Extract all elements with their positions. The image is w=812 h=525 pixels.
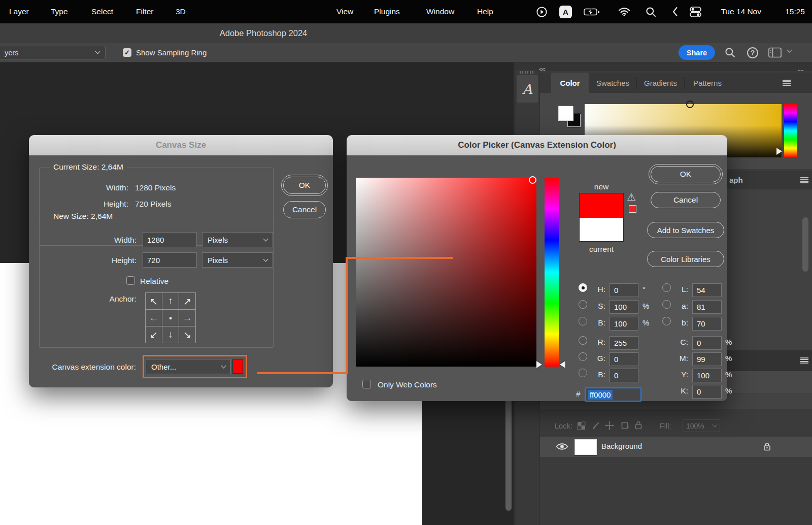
hue-slider-right-arrow[interactable] (560, 361, 565, 368)
anchor-top-left[interactable]: ↖ (146, 293, 162, 310)
add-to-swatches-button[interactable]: Add to Swatches (647, 222, 724, 238)
sample-layers-dropdown[interactable]: yers (0, 46, 106, 59)
l-radio[interactable] (662, 283, 671, 292)
only-web-colors-checkbox[interactable] (362, 380, 371, 388)
gamut-color-swatch[interactable] (629, 205, 636, 213)
menu-select[interactable]: Select (91, 0, 113, 23)
h-input[interactable]: 0 (610, 283, 638, 297)
spotlight-search-icon[interactable] (646, 0, 656, 23)
anchor-left[interactable]: ← (146, 310, 162, 326)
hex-input[interactable]: ff0000 (585, 387, 641, 402)
layer-thumbnail[interactable] (574, 439, 597, 455)
help-icon[interactable]: ? (747, 47, 758, 58)
anchor-grid[interactable]: ↖ ↑ ↗ ← ● → ↙ ↓ ↘ (145, 292, 196, 343)
color-field-marker[interactable] (529, 176, 536, 184)
fill-dropdown[interactable]: 100% (683, 419, 720, 432)
s-radio[interactable] (579, 300, 587, 309)
background-layer-row[interactable]: Background (540, 437, 812, 457)
height-unit-dropdown[interactable]: Pixels (202, 252, 273, 268)
current-color-swatch[interactable] (580, 218, 623, 241)
s-input[interactable]: 100 (610, 300, 638, 314)
menu-layer[interactable]: Layer (9, 0, 29, 23)
new-width-input[interactable]: 1280 (143, 232, 197, 247)
r-radio[interactable] (579, 336, 587, 345)
menu-clock-date[interactable]: Tue 14 Nov (721, 0, 761, 23)
tab-paragraph-partial[interactable]: aph (729, 176, 743, 184)
color-picker-dialog-title[interactable]: Color Picker (Canvas Extension Color) (347, 135, 727, 155)
control-center-icon[interactable] (689, 0, 702, 23)
workspace-chevron-icon[interactable] (787, 48, 792, 53)
menu-help[interactable]: Help (477, 0, 493, 23)
screen-mirroring-icon[interactable] (536, 0, 548, 23)
a-input[interactable]: 81 (692, 300, 722, 314)
lock-all-icon[interactable] (634, 420, 642, 430)
share-button[interactable]: Share (679, 45, 715, 60)
color-panel-menu-icon[interactable] (783, 80, 791, 86)
anchor-top[interactable]: ↑ (162, 293, 179, 310)
character-panel-icon[interactable]: A (517, 75, 538, 103)
tab-color[interactable]: Color (551, 73, 589, 93)
lock-transparency-icon[interactable] (577, 421, 586, 430)
layer-lock-icon[interactable] (763, 442, 771, 451)
anchor-bottom[interactable]: ↓ (162, 326, 179, 343)
canvas-size-dialog-title[interactable]: Canvas Size (29, 135, 333, 155)
c-input[interactable]: 0 (692, 336, 722, 350)
tab-swatches[interactable]: Swatches (589, 73, 636, 93)
color-picker-ok-button[interactable]: OK (651, 166, 721, 182)
panel-scrollbar[interactable] (802, 217, 808, 272)
keyboard-layout-icon[interactable]: A (559, 0, 572, 23)
layer-visibility-eye-icon[interactable] (556, 442, 568, 451)
r-input[interactable]: 255 (610, 336, 638, 350)
tab-gradients[interactable]: Gradients (637, 73, 684, 93)
layers-panel-menu-icon[interactable] (800, 357, 808, 364)
hue-slider[interactable] (545, 178, 559, 367)
b2-input[interactable]: 0 (610, 369, 638, 382)
lock-artboard-icon[interactable] (620, 421, 629, 430)
hue-ramp-slider[interactable] (776, 148, 782, 155)
anchor-bottom-left[interactable]: ↙ (146, 326, 162, 343)
lock-pixels-icon[interactable] (591, 421, 600, 430)
anchor-top-right[interactable]: ↗ (179, 293, 196, 310)
g-input[interactable]: 0 (610, 352, 638, 366)
canvas-size-ok-button[interactable]: OK (283, 177, 326, 194)
h-radio[interactable] (579, 283, 587, 292)
b-lab-input[interactable]: 70 (692, 317, 722, 331)
battery-charging-icon[interactable] (584, 0, 600, 23)
search-icon[interactable] (725, 41, 735, 64)
k-input[interactable]: 0 (692, 385, 722, 399)
menu-filter[interactable]: Filter (136, 0, 153, 23)
l-input[interactable]: 54 (692, 283, 722, 297)
menu-plugins[interactable]: Plugins (374, 0, 400, 23)
menu-clock-time[interactable]: 15:25 (785, 0, 805, 23)
b-lab-radio[interactable] (662, 317, 671, 325)
anchor-bottom-right[interactable]: ↘ (179, 326, 196, 343)
menu-type[interactable]: Type (51, 0, 68, 23)
hue-slider-left-arrow[interactable] (536, 361, 542, 368)
workspace-icon[interactable] (768, 41, 782, 64)
new-height-input[interactable]: 720 (143, 252, 197, 268)
hue-ramp[interactable] (784, 104, 797, 157)
show-sampling-ring-checkbox[interactable]: ✓ (123, 48, 131, 57)
lock-position-icon[interactable] (605, 421, 614, 430)
gamut-warning-icon[interactable]: ⚠ (627, 192, 636, 202)
tab-patterns[interactable]: Patterns (685, 73, 730, 93)
canvas-size-cancel-button[interactable]: Cancel (283, 201, 326, 218)
a-radio[interactable] (662, 300, 671, 309)
y-input[interactable]: 100 (692, 369, 722, 382)
menu-window[interactable]: Window (426, 0, 454, 23)
paragraph-panel-menu-icon[interactable] (800, 177, 808, 183)
color-libraries-button[interactable]: Color Libraries (647, 251, 724, 267)
chevron-left-icon[interactable] (672, 0, 678, 23)
relative-checkbox[interactable] (126, 276, 135, 285)
b-input[interactable]: 100 (610, 317, 638, 331)
menu-3d[interactable]: 3D (176, 0, 186, 23)
b2-radio[interactable] (579, 369, 587, 377)
g-radio[interactable] (579, 352, 587, 361)
b-radio[interactable] (579, 317, 587, 325)
color-picker-cancel-button[interactable]: Cancel (651, 192, 721, 208)
layer-name[interactable]: Background (601, 442, 642, 450)
color-field-marker[interactable] (686, 101, 694, 108)
saturation-brightness-field[interactable] (356, 178, 536, 367)
menu-view[interactable]: View (336, 0, 353, 23)
width-unit-dropdown[interactable]: Pixels (202, 232, 273, 247)
